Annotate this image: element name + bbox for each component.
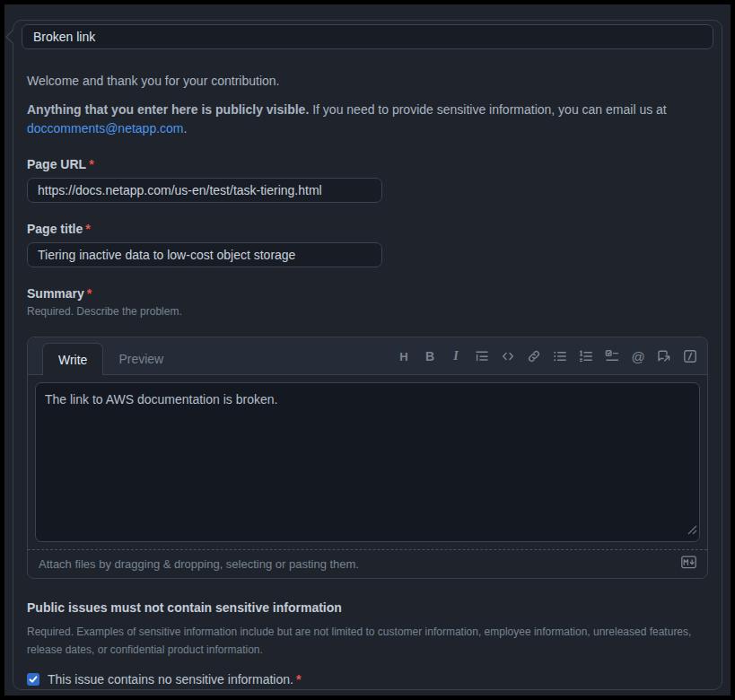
page-url-label: Page URL*	[27, 157, 708, 171]
markdown-toolbar: H B I @	[396, 343, 698, 374]
page-url-label-text: Page URL	[27, 157, 86, 171]
markdown-icon[interactable]	[681, 556, 696, 572]
checkbox-required-asterisk: *	[296, 672, 301, 687]
email-link[interactable]: doccomments@netapp.com	[27, 121, 184, 136]
welcome-text: Welcome and thank you for your contribut…	[27, 72, 708, 91]
page-url-input[interactable]	[27, 178, 382, 203]
quote-icon[interactable]	[474, 348, 490, 364]
summary-required-asterisk: *	[87, 286, 92, 301]
editor-body: The link to AWS documentation is broken.…	[28, 375, 707, 578]
heading-icon[interactable]: H	[396, 348, 412, 364]
page-background: Welcome and thank you for your contribut…	[4, 4, 731, 696]
markdown-editor: Write Preview H B I @	[27, 337, 708, 579]
visibility-bold-text: Anything that you enter here is publicly…	[27, 102, 309, 117]
sensitive-checkbox-label[interactable]: This issue contains no sensitive informa…	[48, 672, 301, 687]
ordered-list-icon[interactable]	[578, 348, 594, 364]
page-url-required-asterisk: *	[89, 157, 93, 171]
screenshot-frame: Welcome and thank you for your contribut…	[0, 0, 735, 700]
code-icon[interactable]	[500, 348, 516, 364]
tab-preview[interactable]: Preview	[103, 343, 179, 374]
slash-command-icon[interactable]	[682, 348, 698, 364]
issue-form-panel: Welcome and thank you for your contribut…	[13, 20, 722, 690]
email-period: .	[184, 121, 188, 136]
cross-reference-icon[interactable]	[656, 348, 672, 364]
summary-label-text: Summary	[27, 286, 84, 301]
link-icon[interactable]	[526, 348, 542, 364]
page-title-required-asterisk: *	[85, 222, 90, 236]
email-line: doccomments@netapp.com.	[27, 119, 708, 138]
page-title-label-text: Page title	[27, 222, 83, 236]
visibility-rest-text: If you need to provide sensitive informa…	[309, 102, 666, 117]
bold-icon[interactable]: B	[422, 348, 438, 364]
page-title-label: Page title*	[27, 222, 708, 236]
summary-textarea[interactable]: The link to AWS documentation is broken.	[35, 382, 700, 542]
sensitive-checkbox-row: This issue contains no sensitive informa…	[27, 672, 708, 687]
issue-title-input[interactable]	[22, 24, 713, 49]
sensitive-checkbox[interactable]	[27, 673, 39, 686]
task-list-icon[interactable]	[604, 348, 620, 364]
panel-caret	[5, 29, 13, 45]
unordered-list-icon[interactable]	[552, 348, 568, 364]
summary-hint: Required. Describe the problem.	[27, 302, 708, 320]
sensitive-info-description: Required. Examples of sensitive informat…	[27, 623, 708, 659]
sensitive-info-heading: Public issues must not contain sensitive…	[27, 600, 708, 615]
attach-hint-text: Attach files by dragging & dropping, sel…	[39, 557, 359, 571]
attach-files-bar[interactable]: Attach files by dragging & dropping, sel…	[28, 549, 707, 578]
resize-gripper-icon[interactable]	[687, 522, 697, 538]
sensitive-checkbox-label-text: This issue contains no sensitive informa…	[48, 672, 293, 687]
italic-icon[interactable]: I	[448, 348, 464, 364]
editor-tab-bar: Write Preview H B I @	[28, 337, 707, 375]
mention-icon[interactable]: @	[630, 348, 646, 364]
summary-label: Summary*	[27, 286, 708, 301]
tab-write[interactable]: Write	[42, 343, 103, 375]
page-title-input[interactable]	[27, 242, 382, 267]
visibility-note: Anything that you enter here is publicly…	[27, 101, 708, 119]
